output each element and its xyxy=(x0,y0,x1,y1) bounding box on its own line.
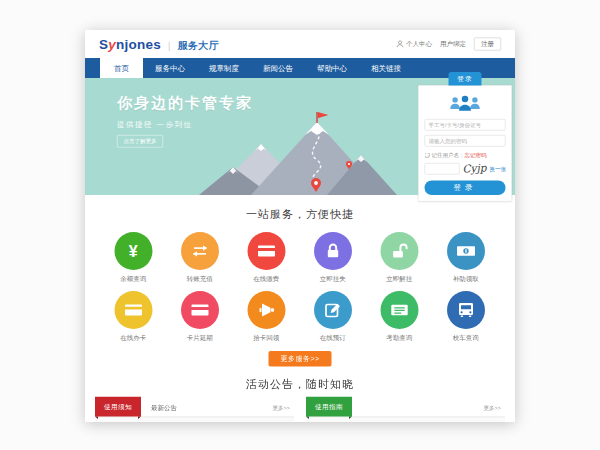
notice-panel: 使用须知 最新公告 更多>> xyxy=(95,399,294,423)
nav-item-rules[interactable]: 规章制度 xyxy=(197,58,251,78)
captcha-refresh-link[interactable]: 换一张 xyxy=(489,165,506,173)
website-mockup: Synjones|服务大厅 个人中心 用户绑定 注册 首页 服务中心 规章制度 … xyxy=(85,30,515,422)
personal-center-label: 个人中心 xyxy=(406,40,432,49)
divider: | xyxy=(168,40,171,50)
logo-text: S xyxy=(99,36,108,51)
user-binding-link[interactable]: 用户绑定 xyxy=(440,40,466,49)
service-label: 补助领取 xyxy=(453,274,479,283)
more-guides-link[interactable]: 更多>> xyxy=(484,404,501,412)
logo-text: njones xyxy=(116,36,161,51)
mountain-illustration xyxy=(199,110,399,195)
user-binding-label: 用户绑定 xyxy=(440,40,466,49)
login-tab[interactable]: 登录 xyxy=(449,72,482,86)
announcements-section: 活动公告，随时知晓 使用须知 最新公告 更多>> 使用指南 更多>> xyxy=(85,377,515,423)
portal-name: 服务大厅 xyxy=(178,39,219,50)
notice-list-area xyxy=(95,417,294,422)
users-icon xyxy=(447,94,483,114)
service-online-card-apply[interactable]: 在线办卡 xyxy=(100,291,167,342)
service-cancel-loss[interactable]: 立即解挂 xyxy=(366,232,433,283)
login-panel: 登录 记住用户名 | 忘记密码 Cyjp 换一张 xyxy=(418,72,512,202)
service-label: 在线缴费 xyxy=(253,274,279,283)
forgot-password-link[interactable]: 忘记密码 xyxy=(464,151,486,159)
service-label: 考勤查询 xyxy=(386,333,412,342)
service-label: 立即挂失 xyxy=(320,274,346,283)
remember-label: 记住用户名 xyxy=(432,151,460,159)
service-label: 立即解挂 xyxy=(386,274,412,283)
guide-list-area xyxy=(306,417,505,422)
edit-icon xyxy=(323,300,343,320)
card-pay-icon xyxy=(256,241,276,261)
guide-panel: 使用指南 更多>> xyxy=(306,399,505,423)
services-title: 一站服务，方便快捷 xyxy=(85,207,515,222)
announcements-title: 活动公告，随时知晓 xyxy=(85,377,515,392)
service-label: 拾卡回领 xyxy=(253,333,279,342)
service-online-payment[interactable]: 在线缴费 xyxy=(233,232,300,283)
service-attendance-inquiry[interactable]: 考勤查询 xyxy=(366,291,433,342)
divider: | xyxy=(461,152,462,158)
services-section: 一站服务，方便快捷 ¥ 余额查询 转账充值 在线缴费 立即挂失 立即解挂 xyxy=(85,195,515,367)
nav-item-home[interactable]: 首页 xyxy=(100,58,143,78)
service-transfer-recharge[interactable]: 转账充值 xyxy=(167,232,234,283)
service-label: 卡片延期 xyxy=(187,333,213,342)
logo[interactable]: Synjones|服务大厅 xyxy=(99,36,219,52)
more-notices-link[interactable]: 更多>> xyxy=(273,404,290,412)
card-renew-icon xyxy=(190,300,210,320)
service-online-booking[interactable]: 在线预订 xyxy=(300,291,367,342)
service-label: 校车查询 xyxy=(453,333,479,342)
megaphone-icon xyxy=(256,300,276,320)
password-input[interactable] xyxy=(425,135,506,147)
nav-item-help[interactable]: 帮助中心 xyxy=(305,58,359,78)
service-label: 余额查询 xyxy=(120,274,146,283)
captcha-image[interactable]: Cyjp xyxy=(462,162,487,176)
nav-item-links[interactable]: 相关链接 xyxy=(359,58,413,78)
service-school-bus-inquiry[interactable]: 校车查询 xyxy=(433,291,500,342)
services-row-1: ¥ 余额查询 转账充值 在线缴费 立即挂失 立即解挂 补助领取 xyxy=(100,232,500,283)
service-label: 转账充值 xyxy=(187,274,213,283)
lock-icon xyxy=(323,241,343,261)
service-subsidy-collect[interactable]: 补助领取 xyxy=(433,232,500,283)
card-new-icon xyxy=(123,300,143,320)
hero-banner: 你身边的卡管专家 提供捷径 一步到位 点击了解更多 登录 xyxy=(85,78,515,195)
attendance-icon xyxy=(389,300,409,320)
top-header: Synjones|服务大厅 个人中心 用户绑定 注册 xyxy=(85,30,515,58)
captcha-input[interactable] xyxy=(425,163,460,175)
hero-cta-button[interactable]: 点击了解更多 xyxy=(117,135,163,148)
bus-icon xyxy=(456,300,476,320)
service-balance-inquiry[interactable]: ¥ 余额查询 xyxy=(100,232,167,283)
username-input[interactable] xyxy=(425,119,506,131)
unlock-icon xyxy=(389,241,409,261)
yen-icon: ¥ xyxy=(129,242,138,261)
flag-icon xyxy=(318,112,329,118)
nav-item-service-center[interactable]: 服务中心 xyxy=(143,58,197,78)
tab-latest-announcements[interactable]: 最新公告 xyxy=(151,403,177,412)
personal-center-link[interactable]: 个人中心 xyxy=(396,40,432,49)
person-icon xyxy=(396,40,404,48)
login-button[interactable]: 登录 xyxy=(425,181,506,196)
services-row-2: 在线办卡 卡片延期 拾卡回领 在线预订 考勤查询 校车查询 xyxy=(100,291,500,342)
register-button[interactable]: 注册 xyxy=(474,38,501,51)
service-report-loss[interactable]: 立即挂失 xyxy=(300,232,367,283)
tab-usage-notice[interactable]: 使用须知 xyxy=(95,397,141,417)
transfer-icon xyxy=(190,241,210,261)
banknote-icon xyxy=(456,241,476,261)
service-label: 在线办卡 xyxy=(120,333,146,342)
logo-accent: y xyxy=(108,36,116,51)
service-found-card-claim[interactable]: 拾卡回领 xyxy=(233,291,300,342)
service-card-renewal[interactable]: 卡片延期 xyxy=(167,291,234,342)
more-services-button[interactable]: 更多服务>> xyxy=(269,351,332,367)
nav-item-news[interactable]: 新闻公告 xyxy=(251,58,305,78)
remember-checkbox[interactable] xyxy=(425,152,430,157)
tab-usage-guide[interactable]: 使用指南 xyxy=(306,397,352,417)
flag-pole xyxy=(316,112,317,123)
service-label: 在线预订 xyxy=(320,333,346,342)
